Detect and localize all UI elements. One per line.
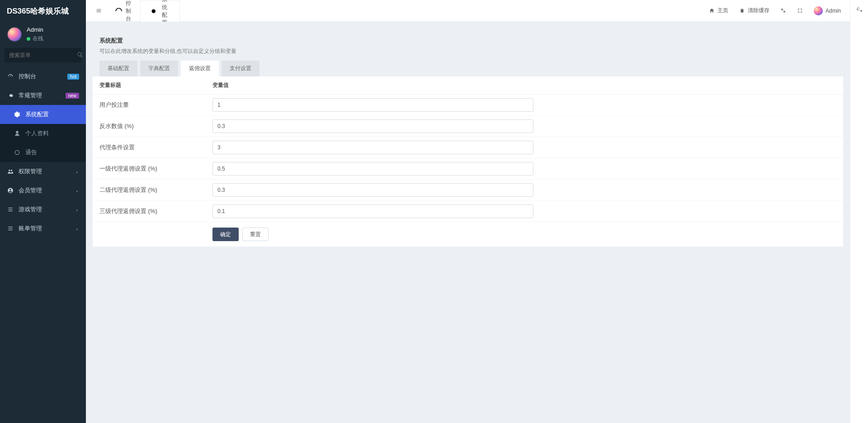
badge-new: new bbox=[66, 93, 79, 99]
user-panel: Admin 在线 bbox=[0, 22, 86, 48]
row-value-cell bbox=[206, 116, 843, 137]
home-button[interactable]: 主页 bbox=[704, 0, 733, 21]
search-box[interactable] bbox=[5, 48, 81, 62]
search-input[interactable] bbox=[9, 52, 77, 58]
sidebar-item-label: 常规管理 bbox=[19, 91, 61, 100]
gear-icon bbox=[148, 5, 159, 17]
sidebar-item-label: 个人资料 bbox=[25, 129, 79, 138]
status-dot-icon bbox=[27, 37, 30, 41]
sidebar-nav: 控制台 hot 常规管理 new bbox=[0, 67, 86, 105]
value-input[interactable] bbox=[212, 141, 533, 154]
table-row: 一级代理返佣设置 (%) bbox=[93, 158, 843, 180]
circle-icon bbox=[14, 149, 21, 156]
menu-toggle-button[interactable] bbox=[90, 0, 107, 21]
list-icon bbox=[7, 225, 14, 232]
home-label: 主页 bbox=[717, 7, 728, 14]
search-icon[interactable] bbox=[77, 52, 83, 59]
reset-button[interactable]: 重置 bbox=[242, 228, 269, 241]
badge-hot: hot bbox=[67, 74, 79, 80]
brand-title: DS365哈希娱乐城 bbox=[0, 0, 86, 22]
row-value-cell bbox=[206, 95, 843, 116]
main: 控制台 系统配置 主页 清除缓存 Admin bbox=[86, 0, 850, 423]
sidebar-item-system-config[interactable]: 系统配置 bbox=[0, 105, 86, 124]
top-tab-system-config[interactable]: 系统配置 bbox=[141, 0, 179, 21]
svg-point-0 bbox=[15, 150, 19, 154]
sidebar-item-label: 游戏管理 bbox=[19, 205, 70, 214]
list-icon bbox=[7, 206, 14, 213]
tab-dict[interactable]: 字典配置 bbox=[140, 61, 178, 76]
row-label: 代理条件设置 bbox=[93, 137, 206, 158]
language-button[interactable] bbox=[776, 0, 791, 21]
value-input[interactable] bbox=[212, 98, 533, 112]
user-name: Admin bbox=[27, 26, 43, 33]
avatar-small-icon bbox=[814, 6, 823, 15]
sidebar-item-label: 通告 bbox=[25, 148, 79, 157]
chevron-left-icon bbox=[75, 169, 79, 174]
user-menu[interactable]: Admin bbox=[809, 0, 845, 21]
row-value-cell bbox=[206, 158, 843, 180]
sidebar-item-label: 权限管理 bbox=[19, 167, 70, 176]
clear-cache-button[interactable]: 清除缓存 bbox=[735, 0, 774, 21]
expand-icon bbox=[797, 8, 803, 14]
row-value-cell bbox=[206, 137, 843, 158]
sidebar: DS365哈希娱乐城 Admin 在线 控制台 hot 常规管理 new bbox=[0, 0, 86, 423]
value-input[interactable] bbox=[212, 183, 533, 197]
config-tabs: 基础配置 字典配置 返佣设置 支付设置 bbox=[93, 61, 843, 76]
user-status: 在线 bbox=[27, 35, 43, 43]
right-settings-bar[interactable] bbox=[850, 0, 868, 423]
value-input[interactable] bbox=[212, 204, 533, 218]
row-label: 反水数值 (%) bbox=[93, 116, 206, 137]
form-table: 变量标题 变量值 用户投注量反水数值 (%)代理条件设置一级代理返佣设置 (%)… bbox=[93, 76, 843, 222]
sidebar-item-general[interactable]: 常规管理 new bbox=[0, 86, 86, 105]
value-input[interactable] bbox=[212, 119, 533, 133]
table-row: 用户投注量 bbox=[93, 95, 843, 116]
clear-cache-label: 清除缓存 bbox=[748, 7, 769, 14]
cogs-icon bbox=[856, 6, 863, 15]
row-label: 用户投注量 bbox=[93, 95, 206, 116]
top-tab-label: 控制台 bbox=[126, 0, 133, 23]
row-value-cell bbox=[206, 180, 843, 201]
users-icon bbox=[7, 168, 14, 175]
chevron-left-icon bbox=[75, 207, 79, 212]
fullscreen-button[interactable] bbox=[793, 0, 807, 21]
form-panel: 变量标题 变量值 用户投注量反水数值 (%)代理条件设置一级代理返佣设置 (%)… bbox=[93, 76, 843, 247]
panel-header: 系统配置 可以在此增改系统的变量和分组,也可以自定义分组和变量 bbox=[93, 29, 843, 61]
tab-payment[interactable]: 支付设置 bbox=[222, 61, 259, 76]
col-header-value: 变量值 bbox=[206, 76, 843, 95]
top-tab-dashboard[interactable]: 控制台 bbox=[107, 0, 141, 21]
sidebar-item-profile[interactable]: 个人资料 bbox=[0, 124, 86, 143]
dashboard-icon bbox=[7, 73, 14, 80]
col-header-title: 变量标题 bbox=[93, 76, 206, 95]
row-label: 一级代理返佣设置 (%) bbox=[93, 158, 206, 180]
sidebar-item-permission[interactable]: 权限管理 bbox=[0, 162, 86, 181]
sidebar-item-game[interactable]: 游戏管理 bbox=[0, 200, 86, 219]
sidebar-item-dashboard[interactable]: 控制台 hot bbox=[0, 67, 86, 86]
table-row: 反水数值 (%) bbox=[93, 116, 843, 137]
cogs-icon bbox=[7, 92, 14, 99]
user-menu-label: Admin bbox=[826, 8, 841, 14]
sidebar-subnav: 系统配置 个人资料 通告 bbox=[0, 105, 86, 162]
chevron-left-icon bbox=[75, 226, 79, 231]
sidebar-item-member[interactable]: 会员管理 bbox=[0, 181, 86, 200]
tab-rebate[interactable]: 返佣设置 bbox=[181, 61, 219, 76]
value-input[interactable] bbox=[212, 162, 533, 176]
sidebar-item-label: 账单管理 bbox=[19, 224, 70, 233]
avatar[interactable] bbox=[7, 27, 22, 42]
sidebar-item-label: 控制台 bbox=[19, 72, 63, 81]
sidebar-item-label: 会员管理 bbox=[19, 186, 70, 195]
user-icon bbox=[14, 130, 21, 137]
sidebar-item-notice[interactable]: 通告 bbox=[0, 143, 86, 162]
globe-icon bbox=[780, 8, 786, 14]
user-status-text: 在线 bbox=[33, 35, 43, 43]
content: 系统配置 可以在此增改系统的变量和分组,也可以自定义分组和变量 基础配置 字典配… bbox=[86, 22, 850, 423]
row-value-cell bbox=[206, 201, 843, 222]
tab-basic[interactable]: 基础配置 bbox=[99, 61, 137, 76]
panel-title: 系统配置 bbox=[99, 37, 836, 45]
sidebar-groups: 权限管理 会员管理 游戏管理 账单管理 bbox=[0, 162, 86, 238]
chevron-left-icon bbox=[75, 188, 79, 193]
topbar: 控制台 系统配置 主页 清除缓存 Admin bbox=[86, 0, 850, 22]
sidebar-item-bill[interactable]: 账单管理 bbox=[0, 219, 86, 238]
menu-icon bbox=[96, 8, 102, 14]
submit-button[interactable]: 确定 bbox=[212, 228, 239, 241]
table-row: 三级代理返佣设置 (%) bbox=[93, 201, 843, 222]
